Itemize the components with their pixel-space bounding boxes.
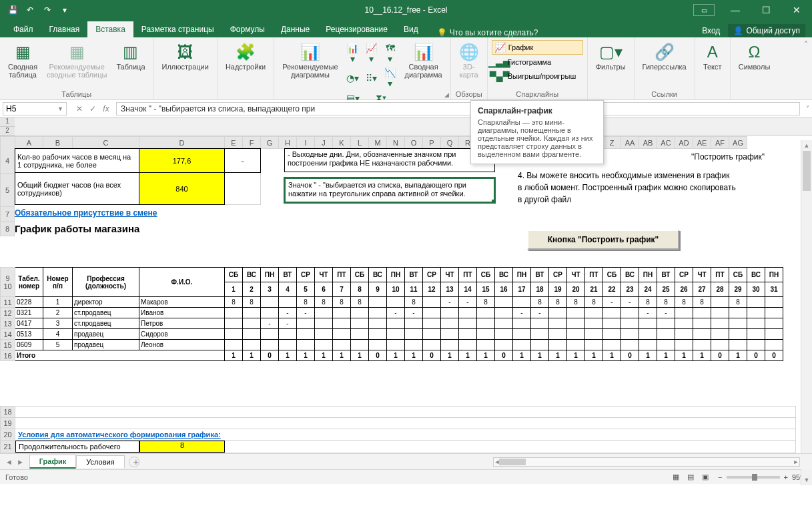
tab-formulas[interactable]: Формулы	[222, 21, 273, 37]
col-header[interactable]: N	[387, 137, 405, 149]
conditions-title[interactable]: Условия для автоматического формирования…	[15, 429, 796, 441]
normal-view-icon[interactable]: ▦	[670, 471, 682, 483]
row-header-7[interactable]: 7	[0, 207, 15, 222]
formula-bar[interactable]: Значок " - "выбирается из списка, выпада…	[116, 102, 800, 115]
cond-value[interactable]: 8	[139, 441, 225, 453]
tab-review[interactable]: Рецензирование	[318, 21, 396, 37]
tab-pagelayout[interactable]: Разметка страницы	[133, 21, 222, 37]
col-header[interactable]: G	[261, 137, 279, 149]
col-header[interactable]: A	[15, 137, 43, 149]
row-header-1[interactable]: 1	[0, 117, 15, 127]
cell-hours-label[interactable]: Кол-во рабочих часов в месяц на 1 сотруд…	[15, 149, 139, 173]
sheet-tab-usloviya[interactable]: Условия	[76, 455, 124, 468]
cell-empty[interactable]	[15, 407, 796, 418]
col-header[interactable]: AG	[729, 137, 747, 149]
symbols-button[interactable]: Ω Символы	[735, 40, 775, 72]
minimize-button[interactable]: —	[720, 0, 751, 20]
col-header[interactable]: F	[243, 137, 261, 149]
col-header[interactable]: AB	[639, 137, 657, 149]
qat-more-icon[interactable]: ▾	[57, 3, 72, 17]
page-layout-view-icon[interactable]: ▤	[685, 471, 697, 483]
hscroll-thumb[interactable]	[499, 459, 526, 465]
sheet-nav-next-icon[interactable]: ►	[15, 458, 25, 466]
row-header-19[interactable]: 19	[1, 418, 15, 429]
col-header[interactable]: H	[279, 137, 297, 149]
col-header[interactable]: E	[225, 137, 243, 149]
column-chart-button[interactable]: 📊▾	[345, 41, 361, 65]
col-header[interactable]: AD	[675, 137, 693, 149]
scatter-chart-button[interactable]: ⠿▾	[364, 66, 380, 90]
col-header[interactable]: K	[333, 137, 351, 149]
row-header-5[interactable]: 5	[0, 174, 15, 207]
name-box-dropdown-icon[interactable]: ▼	[57, 105, 63, 112]
tab-data[interactable]: Данные	[273, 21, 318, 37]
scroll-down-icon[interactable]: ▼	[801, 475, 812, 485]
zoom-in-button[interactable]: +	[784, 473, 788, 481]
signin-link[interactable]: Вход	[702, 26, 720, 35]
page-break-view-icon[interactable]: ▣	[699, 471, 711, 483]
stock-chart-button[interactable]: 📉▾	[382, 66, 398, 90]
expand-formula-bar-icon[interactable]: ˅	[806, 105, 809, 112]
col-header[interactable]: AA	[621, 137, 639, 149]
tab-view[interactable]: Вид	[396, 21, 426, 37]
tab-file[interactable]: Файл	[5, 21, 41, 37]
line-chart-button[interactable]: 📈▾	[364, 41, 380, 65]
col-header[interactable]: Q	[441, 137, 459, 149]
name-box[interactable]: H5 ▼	[3, 102, 67, 115]
treemap-chart-button[interactable]: 🗺▾	[382, 41, 398, 65]
row-header-21[interactable]: 21	[1, 441, 15, 453]
cond-label[interactable]: Продолжительность рабочего	[15, 441, 139, 453]
tell-me[interactable]: 💡 Что вы хотите сделать?	[437, 28, 538, 37]
maximize-button[interactable]: ☐	[751, 0, 781, 20]
filters-button[interactable]: ▢▾ Фильтры	[592, 40, 630, 72]
pivot-chart-button[interactable]: 📊 Сводная диаграмма	[401, 40, 446, 80]
cell-empty[interactable]	[15, 418, 796, 429]
col-header[interactable]: D	[139, 137, 225, 149]
col-header[interactable]: J	[315, 137, 333, 149]
scroll-up-icon[interactable]: ▲	[801, 140, 812, 151]
enter-formula-icon[interactable]: ✓	[87, 104, 99, 113]
col-header[interactable]: I	[297, 137, 315, 149]
close-button[interactable]: ✕	[781, 0, 812, 20]
cell-budget-label[interactable]: Общий бюджет часов (на всех сотрудников)	[15, 173, 139, 205]
recommended-charts-button[interactable]: 📊 Рекомендуемые диаграммы	[278, 40, 342, 80]
hyperlink-button[interactable]: 🔗 Гиперссылка	[639, 40, 691, 72]
pivot-table-button[interactable]: ▦ Сводная таблица	[4, 40, 41, 80]
conditions-row[interactable]: Продолжительность рабочего 8	[15, 441, 796, 453]
col-header[interactable]: B	[43, 137, 73, 149]
sparkline-column-button[interactable]: ▁▃▅ Гистограмма	[492, 55, 583, 69]
col-header[interactable]: L	[351, 137, 369, 149]
hscroll-right-icon[interactable]: ►	[791, 458, 801, 466]
tab-insert[interactable]: Вставка	[87, 21, 133, 37]
zoom-slider[interactable]	[727, 476, 780, 479]
share-button[interactable]: 👤 Общий доступ	[728, 24, 805, 37]
addins-button[interactable]: 🧩 Надстройки	[222, 40, 270, 72]
sheet-tab-grafik[interactable]: График	[29, 455, 77, 469]
row-header-18[interactable]: 18	[1, 407, 15, 418]
col-header[interactable]: P	[423, 137, 441, 149]
ribbon-options-icon[interactable]: ▭	[693, 4, 715, 16]
charts-dialog-launcher-icon[interactable]: ◢	[444, 91, 449, 98]
table-button[interactable]: ▥ Таблица	[112, 40, 149, 72]
cell-e4[interactable]: -	[225, 149, 261, 173]
cell-hours-value[interactable]: 177,6	[139, 149, 225, 173]
horizontal-scrollbar[interactable]: ◄ ►	[493, 457, 800, 467]
col-header[interactable]: AE	[693, 137, 711, 149]
sparkline-line-button[interactable]: 📈 График	[492, 40, 583, 55]
collapse-ribbon-icon[interactable]: ˄	[804, 40, 808, 49]
row-header-8[interactable]: 8	[0, 222, 15, 236]
schedule-table[interactable]: 910Табел. номерНомер п/пПрофессия (должн…	[0, 267, 783, 361]
vertical-scrollbar[interactable]: ▲ ▼	[801, 140, 812, 485]
col-header[interactable]: Z	[603, 137, 621, 149]
col-header[interactable]: C	[73, 137, 139, 149]
sparkline-winloss-button[interactable]: ▀▄▀ Выигрыш/проигрыш	[492, 69, 583, 83]
row-header-2[interactable]: 2	[0, 127, 15, 136]
zoom-out-button[interactable]: −	[718, 473, 722, 481]
save-icon[interactable]: 💾	[5, 3, 20, 17]
row-header-4[interactable]: 4	[0, 148, 15, 174]
select-all-corner[interactable]	[1, 137, 15, 149]
col-header[interactable]: M	[369, 137, 387, 149]
pie-chart-button[interactable]: ◔▾	[345, 66, 361, 90]
add-sheet-button[interactable]: +	[129, 457, 139, 467]
text-button[interactable]: A Текст	[699, 40, 726, 72]
